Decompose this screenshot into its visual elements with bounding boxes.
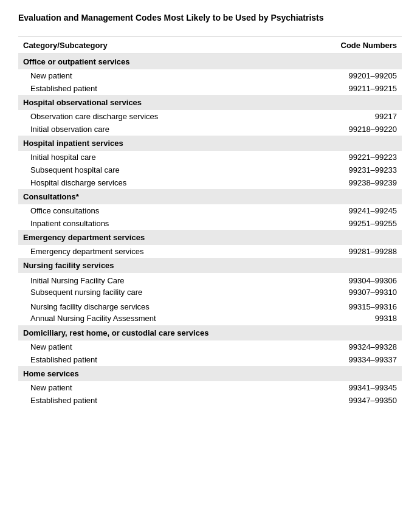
row-label: New patient: [18, 69, 282, 82]
row-codes: 99324–99328: [282, 340, 402, 353]
row-codes: 99315–9931699318: [282, 299, 402, 325]
row-codes: 99217: [282, 110, 402, 123]
table-row: Subsequent hospital care 99231–99233: [18, 164, 402, 176]
row-label: Emergency department services: [18, 245, 282, 258]
table-row: Established patient 99211–99215: [18, 82, 402, 95]
table-row: Established patient 99334–99337: [18, 353, 402, 366]
row-codes: 99241–99245: [282, 204, 402, 217]
table-row: New patient 99341–99345: [18, 381, 402, 394]
table-row: Established patient 99347–99350: [18, 394, 402, 407]
category-label: Domiciliary, rest home, or custodial car…: [18, 325, 402, 340]
row-codes: 99347–99350: [282, 394, 402, 407]
row-codes: 99238–99239: [282, 176, 402, 189]
category-label: Consultations*: [18, 189, 402, 204]
codes-table: Category/Subcategory Code Numbers Office…: [18, 36, 402, 407]
row-label: New patient: [18, 340, 282, 353]
table-row: New patient 99324–99328: [18, 340, 402, 353]
category-label: Nursing facility services: [18, 258, 402, 273]
row-label: New patient: [18, 381, 282, 394]
row-label: Initial hospital care: [18, 151, 282, 164]
row-codes: 99304–9930699307–99310: [282, 273, 402, 299]
table-row: Initial observation care 99218–99220: [18, 123, 402, 136]
page-title: Evaluation and Management Codes Most Lik…: [18, 12, 402, 24]
table-row: Office consultations 99241–99245: [18, 204, 402, 217]
table-row: Emergency department services 99281–9928…: [18, 245, 402, 258]
category-row: Consultations*: [18, 189, 402, 204]
category-row: Nursing facility services: [18, 258, 402, 273]
table-row: Observation care discharge services 9921…: [18, 110, 402, 123]
category-row: Emergency department services: [18, 230, 402, 245]
row-label: Subsequent hospital care: [18, 164, 282, 176]
row-label: Established patient: [18, 394, 282, 407]
table-row: Nursing facility discharge servicesAnnua…: [18, 299, 402, 325]
category-label: Hospital inpatient services: [18, 136, 402, 151]
category-label: Emergency department services: [18, 230, 402, 245]
category-row: Home services: [18, 366, 402, 381]
row-label: Office consultations: [18, 204, 282, 217]
row-label: Initial observation care: [18, 123, 282, 136]
row-codes: 99218–99220: [282, 123, 402, 136]
row-label: Established patient: [18, 82, 282, 95]
row-codes: 99334–99337: [282, 353, 402, 366]
category-row: Office or outpatient services: [18, 54, 402, 69]
category-row: Hospital observational services: [18, 95, 402, 110]
category-label: Hospital observational services: [18, 95, 402, 110]
table-row: Initial hospital care 99221–99223: [18, 151, 402, 164]
row-label: Initial Nursing Facility CareSubsequent …: [18, 273, 282, 299]
row-codes: 99201–99205: [282, 69, 402, 82]
table-row: Hospital discharge services 99238–99239: [18, 176, 402, 189]
row-codes: 99211–99215: [282, 82, 402, 95]
category-label: Office or outpatient services: [18, 54, 402, 69]
row-codes: 99251–99255: [282, 217, 402, 230]
row-label: Nursing facility discharge servicesAnnua…: [18, 299, 282, 325]
category-row: Domiciliary, rest home, or custodial car…: [18, 325, 402, 340]
table-row: New patient 99201–99205: [18, 69, 402, 82]
row-codes: 99341–99345: [282, 381, 402, 394]
col2-header: Code Numbers: [282, 36, 402, 54]
category-label: Home services: [18, 366, 402, 381]
row-codes: 99221–99223: [282, 151, 402, 164]
category-row: Hospital inpatient services: [18, 136, 402, 151]
col1-header: Category/Subcategory: [18, 36, 282, 54]
row-label: Inpatient consultations: [18, 217, 282, 230]
table-row: Initial Nursing Facility CareSubsequent …: [18, 273, 402, 299]
table-row: Inpatient consultations 99251–99255: [18, 217, 402, 230]
row-codes: 99231–99233: [282, 164, 402, 176]
row-label: Established patient: [18, 353, 282, 366]
row-codes: 99281–99288: [282, 245, 402, 258]
row-label: Hospital discharge services: [18, 176, 282, 189]
row-label: Observation care discharge services: [18, 110, 282, 123]
